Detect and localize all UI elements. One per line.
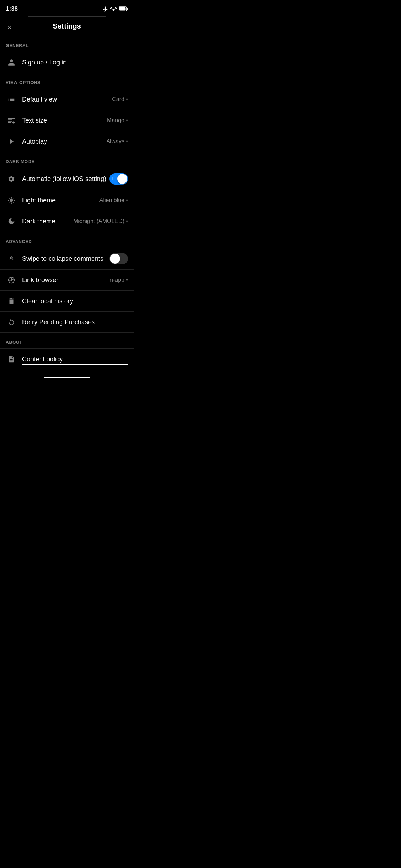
content-policy-label: Content policy — [22, 356, 63, 363]
default-view-value: Card — [112, 96, 124, 103]
dark-theme-row[interactable]: Dark theme Midnight (AMOLED) ▾ — [0, 211, 134, 232]
clear-history-label: Clear local history — [22, 298, 73, 305]
clear-history-row[interactable]: Clear local history — [0, 291, 134, 311]
moon-icon — [6, 217, 17, 225]
content-policy-row[interactable]: Content policy — [0, 349, 134, 370]
autoplay-value: Always — [106, 138, 124, 145]
chevron-down-icon: ▾ — [126, 97, 128, 102]
retry-purchases-label: Retry Pending Purchases — [22, 319, 95, 326]
airplane-icon — [102, 6, 108, 12]
text-size-value: Mango — [107, 117, 124, 124]
auto-dark-row[interactable]: Automatic (follow iOS setting) I — [0, 168, 134, 190]
chevron-down-icon: ▾ — [126, 219, 128, 224]
status-icons — [102, 6, 128, 12]
text-size-row[interactable]: Text size Mango ▾ — [0, 110, 134, 131]
home-indicator — [44, 377, 90, 378]
close-button[interactable]: × — [6, 22, 13, 33]
signup-login-row[interactable]: Sign up / Log in — [0, 52, 134, 73]
light-theme-value: Alien blue — [99, 197, 124, 203]
toggle-on-label: I — [112, 177, 113, 181]
section-general-label: GENERAL — [0, 36, 134, 52]
link-browser-row[interactable]: Link browser In-app ▾ — [0, 270, 134, 290]
swipe-collapse-toggle[interactable] — [109, 253, 128, 264]
chevron-down-icon: ▾ — [126, 198, 128, 203]
light-theme-label: Light theme — [22, 197, 56, 204]
light-theme-row[interactable]: Light theme Alien blue ▾ — [0, 190, 134, 211]
text-size-label: Text size — [22, 117, 47, 124]
toggle-knob — [117, 174, 127, 184]
compass-icon — [6, 276, 17, 284]
wifi-icon — [110, 6, 117, 12]
auto-dark-label: Automatic (follow iOS setting) — [22, 175, 106, 183]
header: × Settings — [0, 19, 134, 36]
swipe-collapse-label: Swipe to collapse comments — [22, 255, 103, 263]
autoplay-row[interactable]: Autoplay Always ▾ — [0, 131, 134, 152]
dark-theme-label: Dark theme — [22, 218, 55, 225]
list-icon — [6, 95, 17, 103]
toggle-knob — [110, 254, 120, 264]
retry-icon — [6, 318, 17, 326]
section-dark-mode-label: DARK MODE — [0, 152, 134, 168]
default-view-row[interactable]: Default view Card ▾ — [0, 89, 134, 110]
section-view-options-label: VIEW OPTIONS — [0, 73, 134, 89]
status-time: 1:38 — [6, 5, 18, 12]
chevron-down-icon: ▾ — [126, 139, 128, 144]
page-title: Settings — [6, 22, 128, 30]
status-bar: 1:38 — [0, 0, 134, 16]
dark-theme-value: Midnight (AMOLED) — [73, 218, 124, 224]
document-icon — [6, 355, 17, 363]
text-size-icon — [6, 117, 17, 124]
gear-icon — [6, 175, 17, 183]
section-advanced-label: ADVANCED — [0, 232, 134, 248]
play-icon — [6, 138, 17, 145]
link-browser-label: Link browser — [22, 277, 58, 284]
signup-login-label: Sign up / Log in — [22, 59, 67, 66]
swipe-collapse-row[interactable]: Swipe to collapse comments — [0, 248, 134, 269]
sun-icon — [6, 196, 17, 204]
link-browser-value: In-app — [108, 277, 124, 283]
collapse-icon — [6, 255, 17, 263]
trash-icon — [6, 297, 17, 305]
default-view-label: Default view — [22, 96, 57, 103]
section-about-label: ABOUT — [0, 333, 134, 348]
retry-purchases-row[interactable]: Retry Pending Purchases — [0, 312, 134, 332]
person-icon — [6, 58, 17, 66]
svg-rect-1 — [127, 8, 128, 10]
chevron-down-icon: ▾ — [126, 118, 128, 123]
svg-rect-2 — [119, 7, 126, 11]
chevron-down-icon: ▾ — [126, 278, 128, 283]
auto-dark-toggle[interactable]: I — [109, 173, 128, 185]
battery-icon — [119, 6, 128, 11]
autoplay-label: Autoplay — [22, 138, 47, 145]
home-indicator-area — [0, 370, 134, 387]
drag-indicator — [0, 16, 134, 19]
